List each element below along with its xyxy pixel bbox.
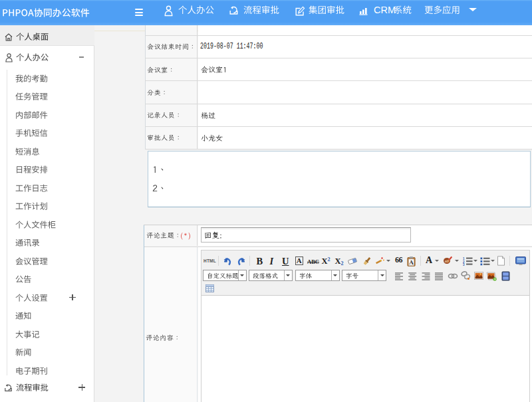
svg-text:A: A <box>409 259 414 266</box>
